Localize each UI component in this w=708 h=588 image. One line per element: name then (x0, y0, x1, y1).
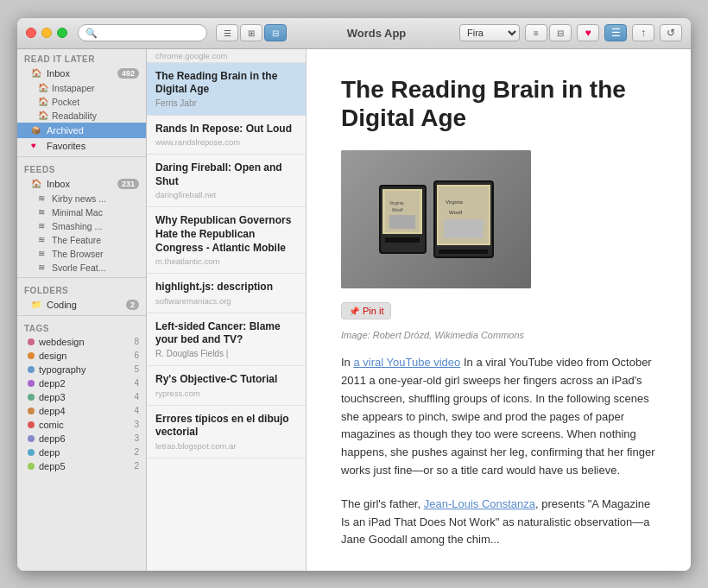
tag-dot-comic (28, 421, 35, 428)
tag-count-depp3: 4 (134, 392, 139, 401)
favorite-btn[interactable]: ♥ (577, 24, 599, 41)
tag-dot-depp6 (28, 435, 35, 442)
inbox-icon: 🏠 (31, 68, 43, 78)
svg-text:Woolf: Woolf (392, 207, 403, 212)
sidebar-item-pocket[interactable]: 🏠 Pocket (17, 95, 146, 109)
view-grid-btn[interactable]: ⊞ (240, 24, 262, 41)
titlebar: 🔍 ☰ ⊞ ⊟ Words App Fira ≡ ⊟ ♥ ☰ ↑ ↺ (17, 18, 691, 49)
svg-text:Virginia: Virginia (446, 199, 464, 205)
article-item-5[interactable]: Left-sided Cancer: Blame your bed and TV… (147, 313, 306, 366)
sidebar-item-feed-5[interactable]: ≋ Svorle Feat... (17, 261, 146, 275)
article-source-3: m.theatlantic.com (155, 256, 297, 266)
reading-text-p2: The girl's father, Jean-Louis Constanza,… (341, 496, 656, 549)
tag-dot-webdesign (28, 338, 35, 345)
pin-icon: 📌 (349, 307, 359, 316)
minimize-button[interactable] (41, 28, 52, 38)
youtube-link[interactable]: a viral YouTube video (353, 356, 460, 369)
sidebar-item-inbox[interactable]: 🏠 Inbox 492 (17, 66, 146, 81)
feed-label-0: Kirby news ... (52, 193, 106, 204)
tag-label-comic: comic (39, 420, 64, 430)
tag-label-depp: depp (39, 447, 60, 458)
article-item-6[interactable]: Ry's Objective-C Tutorial rypress.com (147, 366, 306, 406)
article-item-1[interactable]: Rands In Repose: Out Loud www.randslrepo… (147, 116, 306, 155)
tag-label-depp2: depp2 (39, 378, 66, 389)
article-title-2: Daring Fireball: Open and Shut (155, 161, 297, 188)
sidebar-tag-webdesign[interactable]: webdesign 8 (17, 335, 146, 349)
sidebar: Read it Later 🏠 Inbox 492 🏠 Instapaper 🏠… (17, 49, 147, 571)
font-selector[interactable]: Fira (459, 24, 520, 41)
favorites-label: Favorites (47, 141, 139, 151)
sidebar-tag-depp[interactable]: depp 2 (17, 446, 146, 459)
refresh-btn[interactable]: ↺ (660, 24, 682, 41)
tags-title: Tags (17, 319, 146, 335)
read-it-later-title: Read it Later (17, 49, 146, 66)
tag-dot-depp2 (28, 380, 35, 387)
sidebar-item-feed-2[interactable]: ≋ Smashing ... (17, 219, 146, 233)
article-item-3[interactable]: Why Republican Governors Hate the Republ… (147, 207, 306, 274)
sidebar-tag-depp3[interactable]: depp3 4 (17, 390, 146, 404)
list-btn[interactable]: ☰ (604, 24, 627, 41)
sidebar-tag-depp6[interactable]: depp6 3 (17, 432, 146, 446)
sidebar-tag-depp4[interactable]: depp4 4 (17, 404, 146, 418)
pocket-icon: 🏠 (38, 97, 48, 106)
feed-label-3: The Feature (52, 235, 101, 245)
article-title-1: Rands In Repose: Out Loud (155, 123, 297, 136)
sidebar-tag-design[interactable]: design 6 (17, 349, 146, 363)
article-source-header-0: chrome.google.com (147, 49, 306, 63)
article-author-5: R. Douglas Fields | (155, 349, 297, 358)
tag-count-depp2: 4 (134, 378, 139, 388)
window-title: Words App (294, 27, 459, 40)
sidebar-item-coding[interactable]: 📁 Coding 2 (17, 297, 146, 313)
pocket-label: Pocket (52, 97, 79, 107)
folder-icon: 📁 (31, 300, 43, 309)
traffic-lights (26, 28, 67, 38)
sidebar-item-feed-4[interactable]: ≋ The Browser (17, 247, 146, 261)
sidebar-tag-depp2[interactable]: depp2 4 (17, 376, 146, 390)
father-link[interactable]: Jean-Louis Constanza (424, 497, 535, 510)
tag-count-typography: 5 (134, 364, 139, 374)
share-btn[interactable]: ↑ (632, 24, 654, 41)
instapaper-icon: 🏠 (38, 83, 48, 92)
sidebar-tag-depp5[interactable]: depp5 2 (17, 459, 146, 473)
view-detail-btn[interactable]: ⊟ (264, 24, 287, 41)
feeds-inbox-badge: 231 (117, 179, 139, 189)
tag-dot-depp3 (28, 394, 35, 401)
sidebar-item-favorites[interactable]: ♥ Favorites (17, 138, 146, 154)
reading-text-p1: In a viral YouTube video In a viral YouT… (341, 354, 656, 480)
sidebar-item-feeds-inbox[interactable]: 🏠 Inbox 231 (17, 176, 146, 192)
text-double-btn[interactable]: ⊟ (549, 24, 572, 41)
search-bar[interactable]: 🔍 (78, 24, 207, 41)
article-title-5: Left-sided Cancer: Blame your bed and TV… (155, 320, 297, 347)
feed-label-2: Smashing ... (52, 221, 102, 231)
sidebar-tag-comic[interactable]: comic 3 (17, 418, 146, 432)
pin-button[interactable]: 📌 Pin it (341, 302, 391, 319)
sidebar-item-feed-0[interactable]: ≋ Kirby news ... (17, 192, 146, 205)
sidebar-item-feed-1[interactable]: ≋ Minimal Mac (17, 205, 146, 219)
tag-dot-design (28, 352, 35, 359)
feed-icon-1: ≋ (38, 207, 48, 217)
maximize-button[interactable] (57, 28, 67, 38)
article-item-7[interactable]: Errores típicos en el dibujo vectorial l… (147, 406, 306, 458)
article-item-4[interactable]: highlight.js: description softwaremaniac… (147, 274, 306, 313)
svg-rect-3 (389, 215, 415, 229)
svg-rect-7 (444, 219, 484, 238)
sidebar-item-readability[interactable]: 🏠 Readability (17, 109, 146, 123)
view-list-btn[interactable]: ☰ (216, 24, 238, 41)
coding-badge: 2 (126, 300, 139, 310)
sidebar-item-instapaper[interactable]: 🏠 Instapaper (17, 81, 146, 95)
article-item-2[interactable]: Daring Fireball: Open and Shut daringfir… (147, 155, 306, 207)
close-button[interactable] (26, 28, 36, 38)
article-item-0[interactable]: The Reading Brain in the Digital Age Fer… (147, 63, 306, 116)
readability-label: Readability (52, 111, 97, 121)
article-title-3: Why Republican Governors Hate the Republ… (155, 214, 297, 255)
tag-count-depp5: 2 (134, 461, 139, 471)
text-single-btn[interactable]: ≡ (525, 24, 547, 41)
feed-icon-0: ≋ (38, 193, 48, 203)
sidebar-tag-typography[interactable]: typography 5 (17, 363, 146, 376)
feeds-inbox-icon: 🏠 (31, 179, 43, 188)
sidebar-item-archived[interactable]: 📦 Archived (17, 123, 146, 138)
sidebar-item-feed-3[interactable]: ≋ The Feature (17, 233, 146, 247)
folders-title: Folders (17, 281, 146, 297)
article-list: chrome.google.com The Reading Brain in t… (147, 49, 307, 571)
readability-icon: 🏠 (38, 111, 48, 120)
